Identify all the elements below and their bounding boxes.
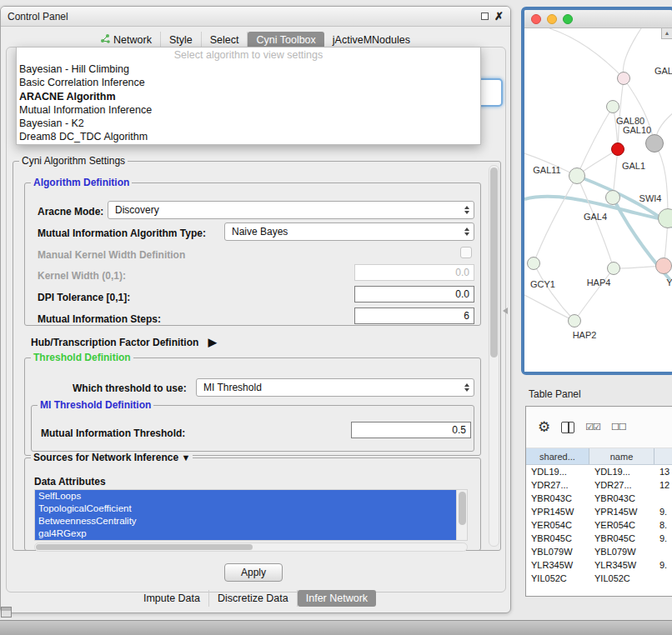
dropdown-item[interactable]: Mutual Information Inference	[17, 103, 480, 117]
network-node-green-right[interactable]	[658, 208, 672, 228]
attribute-item-selected[interactable]: TopologicalCoefficient	[35, 502, 456, 515]
attributes-list-scrollbar[interactable]	[456, 490, 467, 540]
network-node-gray[interactable]	[645, 134, 664, 152]
control-panel-titlebar[interactable]: Control Panel ✗	[1, 7, 510, 27]
tab-infer-network[interactable]: Infer Network	[298, 590, 376, 607]
cell: YDL19...	[589, 467, 654, 477]
tab-select-label: Select	[210, 34, 239, 46]
select-all-checkboxes-icon[interactable]: ☑☑	[585, 422, 600, 432]
attribute-item-selected[interactable]: SelfLoops	[35, 490, 456, 502]
mi-type-select[interactable]: Naive Bayes	[224, 222, 474, 241]
dpi-tolerance-field[interactable]: 0.0	[354, 286, 474, 302]
attribute-item-selected[interactable]: BetweennessCentrality	[35, 515, 456, 528]
tab-style[interactable]: Style	[161, 32, 202, 48]
aracne-mode-select[interactable]: Discovery	[108, 201, 474, 219]
network-node-gal10-selected[interactable]	[611, 142, 624, 156]
network-node-pink-right[interactable]	[655, 258, 672, 274]
algorithm-dropdown-popup: Select algorithm to view settings Bayesi…	[16, 47, 481, 145]
network-node-pink-top[interactable]	[617, 72, 630, 85]
manual-kernel-checkbox[interactable]	[460, 247, 472, 258]
canvas-scroll-up-icon[interactable]: ▲	[661, 28, 672, 39]
cell: 8.	[654, 520, 672, 530]
network-node-gal11[interactable]	[569, 168, 585, 184]
column-header-shared-name[interactable]: shared...	[526, 448, 589, 464]
minimize-traffic-light-icon[interactable]	[547, 14, 557, 24]
mi-threshold-field[interactable]: 0.5	[351, 422, 471, 438]
network-node-gcy1[interactable]	[527, 257, 540, 270]
node-label-y-partial: Y	[666, 278, 672, 288]
settings-scrollbar-thumb[interactable]	[490, 168, 498, 358]
splitter-collapse-handle[interactable]	[503, 308, 508, 314]
tab-jactivemodules[interactable]: jActiveMNodules	[324, 32, 419, 48]
network-node-hap4[interactable]	[607, 262, 620, 275]
dropdown-item[interactable]: Basic Correlation Inference	[17, 76, 480, 89]
node-label-swi4: SWI4	[639, 193, 662, 203]
dropdown-item[interactable]: Dream8 DC_TDC Algorithm	[17, 130, 480, 143]
minimized-panel-icon[interactable]	[1, 607, 12, 618]
network-canvas[interactable]: GAL80 GAL10 GAL11 GAL1 SWI4 GAL4 GCY1 HA…	[524, 28, 672, 372]
collapse-arrow-icon: ▶	[208, 336, 217, 348]
close-traffic-light-icon[interactable]	[531, 14, 541, 24]
table-row[interactable]: YLR345WYLR345W9.	[526, 558, 672, 572]
attributes-scrollbar-thumb[interactable]	[459, 492, 466, 525]
gear-icon[interactable]: ⚙	[538, 418, 550, 436]
cell: YBL079W	[526, 547, 589, 557]
mi-steps-field[interactable]: 6	[354, 308, 474, 324]
column-header-partial[interactable]	[654, 448, 672, 464]
node-label-gal4: GAL4	[584, 212, 607, 222]
network-node-gal4[interactable]	[605, 190, 620, 205]
cell: YBR045C	[589, 533, 654, 543]
table-row[interactable]: YIL052CYIL052C	[526, 572, 672, 585]
cell: YLR345W	[526, 560, 589, 570]
tab-cyni-toolbox-label: Cyni Toolbox	[256, 34, 315, 46]
which-threshold-select[interactable]: MI Threshold	[196, 378, 474, 397]
cell: YBR043C	[526, 493, 589, 503]
network-window-titlebar[interactable]	[524, 10, 672, 28]
mi-threshold-label: Mutual Information Threshold:	[41, 428, 185, 439]
tab-impute-data[interactable]: Impute Data	[135, 590, 209, 607]
zoom-traffic-light-icon[interactable]	[563, 14, 573, 24]
table-row[interactable]: YDL19...YDL19...13	[526, 465, 672, 478]
tab-style-label: Style	[169, 34, 193, 46]
tab-network[interactable]: Network	[93, 32, 161, 48]
attribute-item-selected[interactable]: gal4RGexp	[35, 528, 456, 540]
attributes-hscrollbar-thumb[interactable]	[36, 544, 253, 550]
mi-type-label: Mutual Information Algorithm Type:	[38, 228, 206, 239]
cell: YDR27...	[526, 480, 589, 490]
kernel-width-field[interactable]: 0.0	[354, 264, 474, 281]
table-row[interactable]: YBL079WYBL079W	[526, 545, 672, 558]
sources-toggle[interactable]: Sources for Network Inference ▼	[31, 452, 193, 463]
close-window-icon[interactable]: ✗	[494, 12, 504, 21]
cell: YDR27...	[589, 480, 654, 490]
column-header-name[interactable]: name	[589, 448, 654, 464]
tab-jactivemodules-label: jActiveMNodules	[333, 34, 410, 46]
table-row[interactable]: YBR045CYBR045C9.	[526, 532, 672, 545]
apply-button[interactable]: Apply	[224, 563, 283, 582]
dropdown-item[interactable]: Bayesian - K2	[17, 117, 480, 130]
deselect-all-checkboxes-icon[interactable]: ☐☐	[611, 422, 626, 432]
network-node-hap2[interactable]	[568, 314, 581, 328]
cell: YIL052C	[589, 573, 654, 583]
dropdown-item[interactable]: Bayesian - Hill Climbing	[17, 62, 480, 76]
table-row[interactable]: YBR043CYBR043C	[526, 492, 672, 505]
taskbar	[0, 620, 672, 635]
tab-cyni-toolbox[interactable]: Cyni Toolbox	[248, 32, 323, 48]
tab-discretize-data[interactable]: Discretize Data	[209, 590, 298, 607]
network-node-green-top[interactable]	[606, 100, 619, 113]
attributes-hscrollbar[interactable]	[34, 542, 468, 552]
desktop: Control Panel ✗ Network Style Select Cyn…	[0, 0, 672, 635]
table-header-row: shared... name	[526, 448, 672, 465]
columns-icon[interactable]	[561, 422, 574, 433]
kernel-width-label: Kernel Width (0,1):	[38, 270, 126, 282]
tab-select[interactable]: Select	[202, 32, 248, 48]
dropdown-item-selected[interactable]: ARACNE Algorithm	[17, 90, 480, 103]
table-row[interactable]: YDR27...YDR27...12	[526, 478, 672, 492]
which-threshold-value: MI Threshold	[203, 382, 262, 393]
cell: 9.	[654, 507, 672, 517]
hub-definition-toggle[interactable]: Hub/Transcription Factor Definition ▶	[31, 336, 217, 348]
float-window-icon[interactable]	[481, 12, 489, 20]
cell: YPR145W	[589, 507, 654, 517]
table-row[interactable]: YER054CYER054C8.	[526, 518, 672, 532]
table-row[interactable]: YPR145WYPR145W9.	[526, 505, 672, 518]
settings-scrollbar[interactable]	[489, 165, 499, 547]
